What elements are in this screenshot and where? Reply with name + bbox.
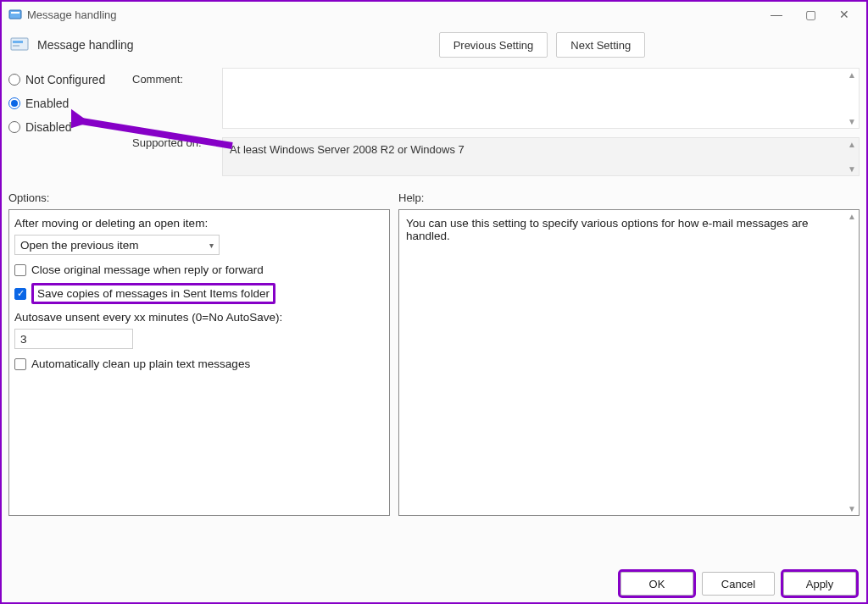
previous-setting-button[interactable]: Previous Setting [439,32,548,58]
titlebar: Message handling — ▢ ✕ [2,2,866,27]
checkbox-icon [14,288,26,300]
scroll-down-icon: ▼ [848,117,856,126]
supported-on-box: At least Windows Server 2008 R2 or Windo… [222,137,860,176]
scroll-up-icon: ▲ [848,212,856,221]
radio-label: Enabled [25,97,69,110]
scroll-up-icon: ▲ [848,70,856,80]
svg-rect-3 [13,41,23,43]
policy-header-icon [10,36,29,54]
cancel-button[interactable]: Cancel [702,572,775,596]
message-handling-window: Message handling — ▢ ✕ Message handling … [0,0,868,604]
minimize-button[interactable]: — [760,4,793,25]
radio-icon [8,97,20,109]
after-move-label: After moving or deleting an open item: [14,217,384,230]
after-move-select[interactable]: Open the previous item ▾ [14,235,220,255]
checkbox-label: Close original message when reply or for… [31,263,264,276]
radio-enabled[interactable]: Enabled [8,97,119,110]
radio-icon [8,121,20,133]
window-controls: — ▢ ✕ [760,4,861,25]
save-copies-highlight: Save copies of messages in Sent Items fo… [31,283,275,304]
help-section-label: Help: [398,191,424,204]
chevron-down-icon: ▾ [209,241,214,250]
checkbox-label: Save copies of messages in Sent Items fo… [37,287,270,300]
comment-textbox[interactable]: ▲ ▼ [222,68,860,129]
close-original-checkbox[interactable]: Close original message when reply or for… [14,263,384,276]
svg-rect-4 [13,45,19,47]
save-copies-checkbox[interactable]: Save copies of messages in Sent Items fo… [14,283,384,304]
scroll-down-icon: ▼ [848,164,856,174]
scroll-down-icon: ▼ [848,504,856,513]
help-panel: You can use this setting to specify vari… [398,209,860,516]
radio-label: Not Configured [25,73,105,86]
svg-rect-1 [11,12,19,14]
checkbox-icon [14,358,26,370]
dialog-footer: OK Cancel Apply [620,572,856,596]
ok-button[interactable]: OK [620,572,693,596]
supported-on-value: At least Windows Server 2008 R2 or Windo… [230,143,465,156]
svg-rect-2 [11,38,28,50]
checkbox-icon [14,264,26,276]
after-move-value: Open the previous item [20,239,139,252]
comment-label: Comment: [132,73,209,86]
page-title: Message handling [37,38,134,52]
next-setting-button[interactable]: Next Setting [556,32,645,58]
autosave-input[interactable]: 3 [14,329,133,349]
auto-clean-checkbox[interactable]: Automatically clean up plain text messag… [14,357,384,370]
window-title: Message handling [27,8,117,21]
radio-disabled[interactable]: Disabled [8,120,119,134]
radio-not-configured[interactable]: Not Configured [8,73,119,86]
svg-rect-0 [9,10,21,19]
help-text: You can use this setting to specify vari… [406,217,809,242]
radio-icon [8,74,20,86]
checkbox-label: Automatically clean up plain text messag… [31,357,250,370]
radio-label: Disabled [25,120,71,134]
options-panel: After moving or deleting an open item: O… [8,209,390,516]
maximize-button[interactable]: ▢ [793,4,827,25]
autosave-label: Autosave unsent every xx minutes (0=No A… [14,311,384,324]
autosave-value: 3 [20,333,27,346]
apply-button[interactable]: Apply [783,572,856,596]
scroll-up-icon: ▲ [848,140,856,149]
policy-icon [8,8,22,21]
close-button[interactable]: ✕ [827,4,861,25]
options-section-label: Options: [8,191,398,204]
supported-on-label: Supported on: [132,136,209,149]
